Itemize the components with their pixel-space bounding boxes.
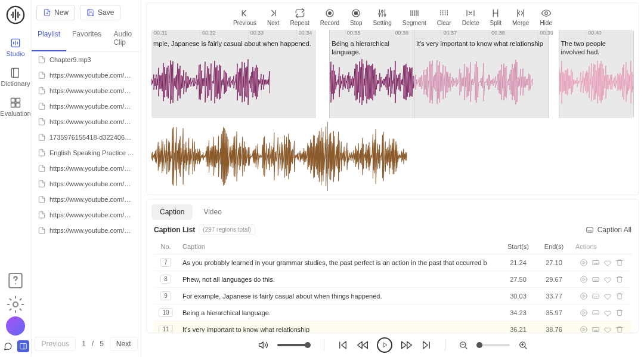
row-actions[interactable] [572,275,631,284]
tool-next[interactable]: Next [267,8,280,26]
svg-rect-5 [16,103,20,107]
prev-track-icon[interactable] [338,340,348,350]
waveform-region[interactable]: Being a hierarchical language. [330,30,414,118]
tab-favorites[interactable]: Favorites [66,25,107,51]
waveform-region[interactable]: The two people involved had. [559,30,634,118]
tool-clear[interactable]: Clear [437,8,451,26]
caption-row[interactable]: 11It's very important to know what relat… [154,321,631,333]
svg-rect-4 [11,103,16,107]
tab-video[interactable]: Video [195,204,230,220]
svg-point-26 [581,326,587,333]
playlist-item[interactable]: https://www.youtube.com/watch?v=... [32,161,141,176]
tab-audioclip[interactable]: Audio Clip [107,25,141,51]
svg-rect-3 [16,99,20,103]
panel-toggle-icon[interactable] [17,340,29,352]
row-actions[interactable] [572,292,631,300]
svg-point-16 [544,12,547,15]
tick: 00:37 [441,30,489,39]
tool-setting[interactable]: Setting [373,8,392,26]
waveform-region[interactable]: It's very important to know what relatio… [414,30,550,118]
svg-rect-25 [593,310,599,315]
svg-point-22 [581,293,587,299]
playhead[interactable] [327,122,328,191]
caption-row[interactable]: 9For example, Japanese is fairly casual … [154,288,631,304]
zoom-out-icon[interactable] [459,340,468,350]
pager-page: 1 [82,340,86,348]
caption-row[interactable]: 10Being a hierarchical language.34.2335.… [154,304,631,321]
nav-studio[interactable]: Studio [0,32,31,62]
svg-rect-17 [586,227,593,232]
nav-evaluation[interactable]: Evaluation [0,92,31,122]
row-actions[interactable] [572,309,631,317]
caption-list-title: Caption List [154,226,195,234]
playlist-item[interactable]: https://www.youtube.com/watch?v=x... [32,83,141,99]
tab-caption[interactable]: Caption [151,204,193,220]
svg-point-10 [329,12,332,15]
playlist-item[interactable]: https://www.youtube.com/watch?v=x... [32,99,141,114]
zoom-slider[interactable] [476,344,510,346]
caption-all-button[interactable]: Caption All [586,226,631,234]
tool-merge[interactable]: Merge [512,8,529,26]
tool-record[interactable]: Record [320,8,339,26]
svg-rect-21 [593,277,599,281]
svg-rect-8 [20,343,27,349]
caption-row[interactable]: 7As you probably learned in your grammar… [154,254,631,271]
pager-prev[interactable]: Previous [35,337,76,351]
playlist-item[interactable]: https://www.youtube.com/watch?v=x... [32,67,141,83]
tick: 00:36 [393,30,441,39]
svg-rect-2 [11,99,16,103]
forward-icon[interactable] [401,339,413,351]
tool-previous[interactable]: Previous [233,8,256,26]
svg-point-13 [379,13,380,15]
svg-rect-19 [593,260,599,264]
tick: 00:34 [296,30,345,39]
tool-delete[interactable]: Delete [462,8,479,26]
tool-split[interactable]: Split [490,8,501,26]
playlist-item[interactable]: https://www.youtube.com/watch?v=... [32,223,141,238]
next-track-icon[interactable] [421,340,432,350]
tick: 00:31 [151,30,200,39]
playlist-item[interactable]: Chapter9.mp3 [32,52,141,67]
user-avatar[interactable] [6,316,25,336]
svg-rect-23 [593,294,599,298]
tool-segment[interactable]: Segment [402,8,426,26]
playlist-item[interactable]: https://www.youtube.com/watch?v=x... [32,114,141,130]
zoom-in-icon[interactable] [518,340,528,350]
chat-icon[interactable] [2,340,14,352]
tool-stop[interactable]: Stop [350,8,363,26]
volume-icon[interactable] [258,340,269,350]
svg-point-15 [384,14,386,16]
volume-slider[interactable] [277,344,311,346]
save-button[interactable]: Save [80,5,120,20]
tick: 00:40 [586,30,634,39]
rewind-icon[interactable] [357,339,369,351]
playlist-item[interactable]: 1735976155418-d32240620e21017a... [32,130,141,145]
playlist-item[interactable]: English Speaking Practice with Shad... [32,145,141,161]
waveform-region[interactable] [549,30,559,118]
tick: 00:35 [345,30,393,39]
nav-dictionary[interactable]: Dictionary [0,62,31,92]
play-button[interactable] [377,337,392,353]
tick: 00:38 [489,30,537,39]
row-actions[interactable] [572,258,631,267]
playlist-item[interactable]: https://www.youtube.com/watch?v=... [32,176,141,192]
new-button[interactable]: New [36,5,75,20]
svg-rect-12 [355,12,358,15]
playlist-item[interactable]: https://www.youtube.com/watch?v=... [32,192,141,207]
pager-next[interactable]: Next [110,337,138,351]
playlist-item[interactable]: https://www.youtube.com/watch?v=... [32,207,141,223]
tool-hide[interactable]: Hide [540,8,552,26]
help-icon[interactable] [6,271,25,290]
app-logo [5,5,26,25]
tab-playlist[interactable]: Playlist [32,25,66,51]
row-actions[interactable] [572,325,631,333]
waveform-region[interactable] [315,30,330,118]
svg-point-7 [13,302,18,307]
pager-total: 5 [100,340,104,348]
waveform-region[interactable]: mple, Japanese is fairly casual about wh… [151,30,315,118]
overview-waveform[interactable] [151,122,407,191]
tool-repeat[interactable]: Repeat [290,8,309,26]
svg-rect-27 [593,327,599,331]
caption-row[interactable]: 8Phew, not all languages do this.27.5029… [154,271,631,288]
settings-icon[interactable] [6,295,25,314]
